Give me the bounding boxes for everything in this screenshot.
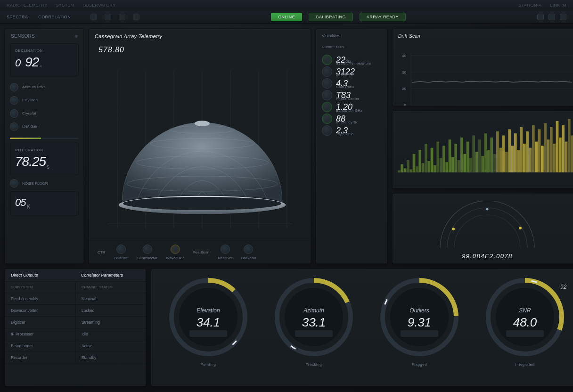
dome-title: Cassegrain Array Telemetry [95,33,162,39]
sensor-icon [10,109,18,118]
svg-rect-64 [505,152,508,172]
sidebar: SENSORS DECLINATION 0 92° Azimuth Drive … [5,28,84,264]
tab-spectra[interactable]: SPECTRA [7,15,28,19]
svg-rect-62 [499,148,502,172]
svg-rect-39 [431,148,434,172]
metric-label: Efficiency % [336,120,381,124]
module-icon [116,245,126,254]
metric-icon [322,55,332,65]
svg-text:Outliers: Outliers [409,307,429,314]
footer-item[interactable]: Polarizer [114,245,129,260]
svg-rect-67 [514,133,517,172]
tab-correlation[interactable]: CORRELATION [38,15,71,19]
gauge-label: Tracking [306,362,322,367]
table-cell: Idle [75,328,146,340]
svg-rect-77 [544,123,547,172]
tool-icon[interactable] [105,14,111,20]
svg-rect-117 [506,330,544,337]
metric-icon [322,125,332,136]
gauge-label: Flagged [412,362,427,367]
svg-rect-37 [425,144,427,172]
module-icon [171,245,180,254]
footer-item[interactable]: Backend [241,245,256,260]
metric-label: Phase Center [336,97,381,101]
status-badge-ready: ARRAY READY [360,13,406,21]
sensor-row[interactable]: NOISE FLOOR [10,179,79,188]
progress-bar [10,138,79,139]
stat-integration: INTEGRATION 78.25s [10,143,79,176]
svg-text:33.1: 33.1 [302,315,326,329]
svg-rect-35 [418,150,421,172]
svg-rect-51 [467,142,469,172]
svg-rect-70 [523,144,526,172]
svg-rect-71 [526,131,529,172]
svg-text:30: 30 [402,70,406,74]
arc-panel: 99.084E2.0078 [392,193,573,264]
footer-item[interactable]: Receiver [218,245,233,260]
table-header: Correlator Parameters [75,269,146,282]
tool-icon[interactable] [119,14,125,20]
sensor-row[interactable]: Azimuth Drive [10,83,79,91]
gauge[interactable]: Azimuth 33.1 Tracking [271,275,356,367]
spectrum-chart[interactable] [392,111,573,188]
footer-item[interactable]: Subreflector [137,245,157,260]
table-cell: Nominal [75,293,146,305]
metric-icon [322,66,332,77]
settings-icon[interactable] [537,14,544,20]
svg-point-16 [195,121,210,126]
table-header: Direct Outputs [5,269,75,282]
metrics-panel: Visibilities Current scan 22dB System Te… [316,28,387,264]
table-cell: Beamformer [5,340,75,352]
svg-text:92: 92 [560,284,567,290]
svg-rect-41 [436,142,439,172]
footer-item[interactable]: Waveguide [166,245,185,260]
svg-rect-73 [532,125,535,172]
sensor-icon [10,83,18,91]
drift-chart[interactable]: Drift Scan 40 30 20 8 Baseline FREQ [392,28,573,106]
output-table: Direct Outputs Correlator Parameters SUB… [5,269,146,386]
tool-icon[interactable] [133,14,139,20]
metrics-header: Visibilities [322,33,381,38]
svg-rect-57 [484,133,487,172]
dome-render[interactable] [89,42,311,241]
arc-value: 99.084E2.0078 [462,253,513,260]
svg-rect-66 [511,146,514,172]
svg-point-89 [452,228,455,230]
svg-text:Elevation: Elevation [196,307,220,314]
svg-rect-42 [440,158,442,172]
metric-label: Tsys Ratio [336,132,381,136]
svg-rect-110 [401,330,438,337]
sensor-row[interactable]: LNA Gain [10,122,79,131]
metric-label: System Temperature [336,61,381,65]
module-icon [221,245,230,254]
gauge[interactable]: Elevation 34.1 Pointing [166,275,251,367]
svg-text:20: 20 [402,87,406,91]
svg-rect-34 [416,166,418,172]
svg-rect-40 [434,165,436,172]
svg-rect-86 [571,135,573,172]
status-badge-calibrating: CALIBRATING [309,13,353,21]
grid-icon[interactable] [560,14,566,20]
svg-rect-79 [550,127,553,172]
svg-rect-48 [458,160,460,172]
table-cell: Streaming [75,317,146,328]
svg-point-91 [486,208,489,211]
sensor-icon [10,122,18,131]
svg-rect-54 [475,152,478,172]
gauge-label: Integrated [515,362,534,367]
svg-rect-38 [427,161,430,172]
sensor-row[interactable]: Cryostat [10,109,79,118]
svg-rect-65 [508,129,511,172]
svg-rect-81 [556,121,559,172]
module-icon [244,245,253,254]
svg-rect-28 [398,171,401,172]
svg-rect-53 [472,135,475,172]
sensor-row[interactable]: Elevation [10,96,79,105]
svg-rect-84 [565,142,568,172]
user-icon[interactable] [548,14,555,20]
tool-icon[interactable] [90,14,97,20]
sensor-icon [10,96,18,105]
gauge[interactable]: Outliers 9.31 Flagged [377,275,462,367]
table-cell: Feed Assembly [5,293,75,305]
gauge[interactable]: SNR 48.0 92 Integrated [483,275,567,367]
